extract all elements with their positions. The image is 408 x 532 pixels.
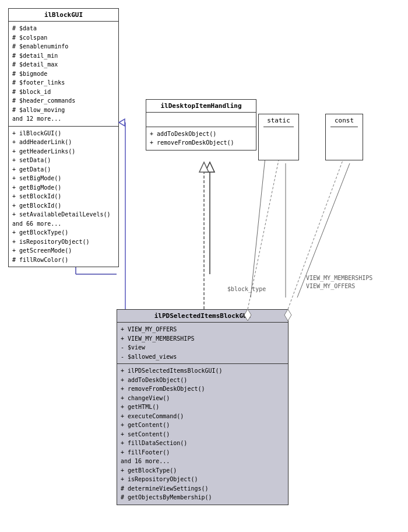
pd-methods-and-16: and 16 more... xyxy=(121,457,284,466)
ilBlockGUI-box: ilBlockGUI # $data # $colspan # $enablen… xyxy=(8,8,119,267)
ilDesktopItemHandling-empty xyxy=(146,113,256,127)
method-isRepositoryObject: + isRepositoryObject() xyxy=(12,237,115,247)
const-view-my-offers: + VIEW_MY_OFFERS xyxy=(121,325,284,334)
field-allow-moving: # $allow_moving xyxy=(12,106,115,115)
block-type-label: $block_type xyxy=(227,286,266,292)
pd-method-getObjectsByMembership: # getObjectsByMembership() xyxy=(121,493,284,502)
method-fillRowColor: # fillRowColor() xyxy=(12,256,115,265)
method-constructor: + ilBlockGUI() xyxy=(12,129,115,138)
ilBlockGUI-methods: + ilBlockGUI() + addHeaderLink() + getHe… xyxy=(9,127,118,267)
method-getBlockId: + getBlockId() xyxy=(12,201,115,211)
const-view-my-memberships: + VIEW_MY_MEMBERSHIPS xyxy=(121,334,284,344)
pd-method-getHTML: + getHTML() xyxy=(121,402,284,412)
method-removeFromDeskObject: + removeFromDeskObject() xyxy=(150,138,252,148)
method-setBigMode: + setBigMode() xyxy=(12,174,115,183)
pd-method-executeCommand: + executeCommand() xyxy=(121,412,284,421)
ilDesktopItemHandling-methods: + addToDeskObject() + removeFromDeskObje… xyxy=(146,127,256,150)
const-box: const xyxy=(325,114,363,160)
view-my-offers-label: VIEW_MY_OFFERS xyxy=(306,282,372,290)
field-data: # $data xyxy=(12,24,115,33)
pd-method-fillDataSection: + fillDataSection() xyxy=(121,439,284,448)
static-box: static xyxy=(258,114,299,160)
pd-method-isRepositoryObject: + isRepositoryObject() xyxy=(121,475,284,484)
diagram-container: ilBlockGUI # $data # $colspan # $enablen… xyxy=(0,0,408,532)
view-labels: VIEW_MY_MEMBERSHIPS VIEW_MY_OFFERS xyxy=(306,274,372,290)
method-getBlockType: + getBlockType() xyxy=(12,228,115,237)
pd-method-getBlockType: + getBlockType() xyxy=(121,466,284,475)
pd-method-removeFromDeskObject: + removeFromDeskObject() xyxy=(121,384,284,394)
svg-marker-12 xyxy=(199,162,209,172)
ilPDSelectedItemsBlockGUI-methods: + ilPDSelectedItemsBlockGUI() + addToDes… xyxy=(117,364,288,505)
field-footer-links: # $footer_links xyxy=(12,78,115,88)
method-getHeaderLinks: + getHeaderLinks() xyxy=(12,147,115,156)
field-view: - $view xyxy=(121,343,284,352)
ilDesktopItemHandling-title: ilDesktopItemHandling xyxy=(146,100,256,113)
ilDesktopItemHandling-box: ilDesktopItemHandling + addToDeskObject(… xyxy=(146,99,256,150)
ilBlockGUI-fields: # $data # $colspan # $enablenuminfo # $d… xyxy=(9,22,118,127)
method-setBlockId: + setBlockId() xyxy=(12,192,115,201)
ilPDSelectedItemsBlockGUI-constants: + VIEW_MY_OFFERS + VIEW_MY_MEMBERSHIPS -… xyxy=(117,323,288,364)
field-block-id: # $block_id xyxy=(12,88,115,97)
ilBlockGUI-title: ilBlockGUI xyxy=(9,9,118,22)
pd-method-fillFooter: + fillFooter() xyxy=(121,448,284,457)
field-more: and 12 more... xyxy=(12,114,115,124)
pd-method-determineViewSettings: # determineViewSettings() xyxy=(121,484,284,494)
method-getScreenMode: + getScreenMode() xyxy=(12,246,115,256)
ilPDSelectedItemsBlockGUI-title: ilPDSelectedItemsBlockGUI xyxy=(117,310,288,323)
pd-method-changeView: + changeView() xyxy=(121,394,284,403)
method-addHeaderLink: + addHeaderLink() xyxy=(12,138,115,147)
field-bigmode: # $bigmode xyxy=(12,69,115,79)
method-addToDeskObject: + addToDeskObject() xyxy=(150,130,252,139)
field-enablenuminfo: # $enablenuminfo xyxy=(12,42,115,51)
pd-method-getContent: + getContent() xyxy=(121,421,284,430)
view-my-memberships-label: VIEW_MY_MEMBERSHIPS xyxy=(306,274,372,282)
svg-line-5 xyxy=(251,152,266,298)
method-getBigMode: + getBigMode() xyxy=(12,183,115,192)
ilPDSelectedItemsBlockGUI-box: ilPDSelectedItemsBlockGUI + VIEW_MY_OFFE… xyxy=(117,309,289,505)
method-setAvailableDetailLevels: + setAvailableDetailLevels() xyxy=(12,210,115,219)
svg-marker-10 xyxy=(119,119,125,126)
methods-and-66: and 66 more... xyxy=(12,219,115,229)
pd-method-addToDeskObject: + addToDeskObject() xyxy=(121,376,284,385)
field-colspan: # $colspan xyxy=(12,33,115,43)
field-detail-max: # $detail_max xyxy=(12,60,115,69)
method-setData: + setData() xyxy=(12,156,115,165)
field-detail-min: # $detail_min xyxy=(12,51,115,61)
pd-method-setContent: + setContent() xyxy=(121,430,284,439)
pd-method-constructor: + ilPDSelectedItemsBlockGUI() xyxy=(121,366,284,376)
method-getData: + getData() xyxy=(12,165,115,174)
static-label: static xyxy=(263,117,294,124)
const-label: const xyxy=(330,117,358,124)
svg-marker-4 xyxy=(205,162,214,172)
field-allowed-views: - $allowed_views xyxy=(121,352,284,362)
field-header-commands: # $header_commands xyxy=(12,96,115,106)
